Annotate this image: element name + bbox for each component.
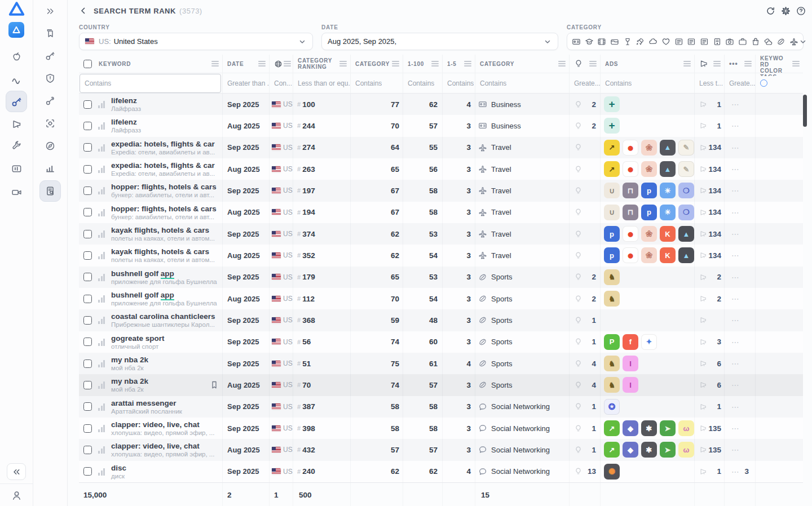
col-header-megaphone[interactable] — [695, 55, 725, 73]
ad-app-icon[interactable]: ↗ — [604, 442, 620, 458]
color-tag-circle-icon[interactable] — [760, 79, 767, 87]
bookmark-icon[interactable] — [210, 380, 219, 389]
row-checkbox[interactable] — [83, 359, 92, 368]
ellipsis-icon[interactable]: ⋯ — [731, 294, 740, 303]
ad-app-icon[interactable]: ⊓ — [623, 183, 638, 198]
column-menu-icon[interactable] — [589, 61, 597, 66]
row-checkbox[interactable] — [83, 100, 92, 109]
country-select[interactable]: US: United States — [79, 33, 313, 50]
category-business-icon[interactable] — [713, 37, 722, 46]
category-social-icon[interactable] — [764, 37, 773, 46]
table-row[interactable]: my nba 2kмой нба 2кSep 2025US#5175614Spo… — [79, 353, 803, 374]
back-icon[interactable] — [79, 6, 88, 15]
category-news-icon[interactable] — [674, 37, 683, 46]
column-menu-icon[interactable] — [683, 61, 691, 66]
ellipsis-icon[interactable]: ⋯ — [731, 402, 740, 411]
category-sports-icon[interactable] — [776, 37, 785, 46]
ellipsis-icon[interactable]: ⋯ — [731, 316, 740, 325]
row-checkbox[interactable] — [83, 273, 92, 281]
shield-icon[interactable] — [39, 68, 61, 89]
table-row[interactable]: coastal carolina chanticleersПрибрежные … — [79, 309, 803, 331]
row-checkbox[interactable] — [83, 424, 92, 433]
ad-app-icon[interactable]: ☀ — [660, 183, 676, 198]
col-header-1-100[interactable]: 1-100 — [403, 55, 443, 73]
ellipsis-icon[interactable]: ⋯ — [731, 229, 740, 238]
column-menu-icon[interactable] — [431, 61, 439, 66]
ad-app-icon[interactable]: ➤ — [660, 420, 676, 436]
ad-app-icon[interactable]: ❀ — [641, 247, 657, 263]
ad-app-icon[interactable]: K — [660, 226, 676, 242]
table-row[interactable]: kayak flights, hotels & carsполеты на ка… — [79, 223, 803, 245]
ad-app-icon[interactable]: ω — [678, 420, 694, 436]
ad-app-icon[interactable]: ✪ — [604, 399, 620, 415]
ad-app-icon[interactable]: ● — [623, 140, 638, 156]
collapse-sidebar-button[interactable] — [7, 463, 26, 480]
table-row[interactable]: expedia: hotels, flights & carExpedia: о… — [79, 158, 803, 180]
column-menu-icon[interactable] — [713, 61, 721, 66]
col-header-keyword[interactable]: KEYWORD — [79, 55, 223, 73]
ad-app-icon[interactable]: ▲ — [678, 226, 694, 242]
vertical-scrollbar[interactable] — [803, 95, 807, 127]
col-header-keyword-color-tags[interactable]: KEYWORD COLOR TAGS — [756, 55, 803, 73]
category-reference-icon[interactable] — [700, 37, 709, 46]
row-checkbox[interactable] — [83, 122, 92, 130]
row-checkbox[interactable] — [83, 381, 92, 389]
row-checkbox[interactable] — [83, 208, 92, 216]
col-header-date[interactable]: DATE — [223, 55, 270, 73]
filter-category[interactable]: Contains — [475, 73, 570, 94]
filter-date[interactable]: Greater than ... — [223, 73, 270, 94]
ellipsis-icon[interactable]: ⋯ — [731, 380, 740, 389]
more-cell[interactable]: ⋯ — [725, 374, 756, 396]
row-checkbox[interactable] — [83, 338, 92, 346]
table-row[interactable]: lifelenzЛайфраззSep 2025US#10077624Busin… — [79, 94, 803, 115]
more-cell[interactable]: ⋯ — [725, 158, 756, 180]
column-menu-icon[interactable] — [258, 61, 266, 66]
filter-1-5[interactable]: Contains — [443, 73, 475, 94]
ad-app-icon[interactable]: ω — [678, 442, 694, 458]
ad-app-icon[interactable]: ● — [623, 247, 638, 263]
ad-app-icon[interactable]: ● — [623, 161, 638, 177]
report-search-icon[interactable] — [39, 180, 61, 202]
category-education-icon[interactable] — [585, 37, 594, 46]
table-row[interactable]: expedia: hotels, flights & carExpedia: о… — [79, 137, 803, 158]
more-cell[interactable]: ⋯ — [725, 137, 756, 158]
help-icon[interactable] — [796, 6, 806, 16]
ad-app-icon[interactable]: ♞ — [604, 269, 620, 285]
ellipsis-icon[interactable]: ⋯ — [731, 100, 740, 109]
filter-bulb[interactable]: Greate... — [570, 73, 601, 94]
ad-app-icon[interactable]: I — [623, 377, 638, 393]
column-menu-icon[interactable] — [211, 61, 219, 66]
ad-app-icon[interactable]: ❀ — [641, 140, 657, 156]
table-row[interactable]: discдискSep 2025US#24062624Social Networ… — [79, 461, 803, 482]
table-row[interactable]: arattai messengerАраттайский посланникSe… — [79, 396, 803, 418]
ellipsis-icon[interactable]: ⋯ — [731, 121, 740, 130]
row-checkbox[interactable] — [83, 295, 92, 303]
more-cell[interactable]: ⋯ — [725, 309, 756, 331]
date-select[interactable]: Aug 2025, Sep 2025, — [321, 33, 558, 50]
refresh-icon[interactable] — [765, 6, 775, 16]
filter-more[interactable]: Greate... — [725, 73, 756, 94]
table-row[interactable]: my nba 2kмой нба 2кAug 2025US#7074573Spo… — [79, 374, 803, 396]
ad-app-icon[interactable]: P — [604, 334, 620, 350]
category-weather-icon[interactable] — [648, 37, 657, 46]
filter-keyword[interactable]: Contains — [79, 73, 223, 94]
row-checkbox[interactable] — [83, 165, 92, 174]
ad-app-icon[interactable]: ✦ — [641, 334, 657, 350]
row-checkbox[interactable] — [83, 251, 92, 260]
category-finance-icon[interactable] — [572, 37, 581, 46]
ad-app-icon[interactable]: ↗ — [604, 161, 620, 177]
ad-app-icon[interactable]: ◆ — [623, 442, 638, 458]
row-checkbox[interactable] — [83, 402, 92, 411]
ad-app-icon[interactable]: ▲ — [678, 247, 694, 263]
key-icon[interactable] — [39, 45, 61, 66]
ellipsis-icon[interactable]: ⋯ — [731, 424, 740, 433]
category-health-icon[interactable] — [661, 37, 670, 46]
ad-app-icon[interactable]: ✱ — [641, 420, 657, 436]
dashboard-icon[interactable] — [6, 158, 27, 179]
ellipsis-icon[interactable]: ⋯ — [731, 359, 740, 368]
table-row[interactable]: clapper: video, live, chatхлопушка: виде… — [79, 418, 803, 439]
ellipsis-icon[interactable]: ⋯ — [731, 467, 740, 476]
table-row[interactable]: clapper: video, live, chatхлопушка: виде… — [79, 439, 803, 460]
table-row[interactable]: kayak flights, hotels & carsполеты на ка… — [79, 245, 803, 266]
filter-ads[interactable]: Contains — [601, 73, 695, 94]
